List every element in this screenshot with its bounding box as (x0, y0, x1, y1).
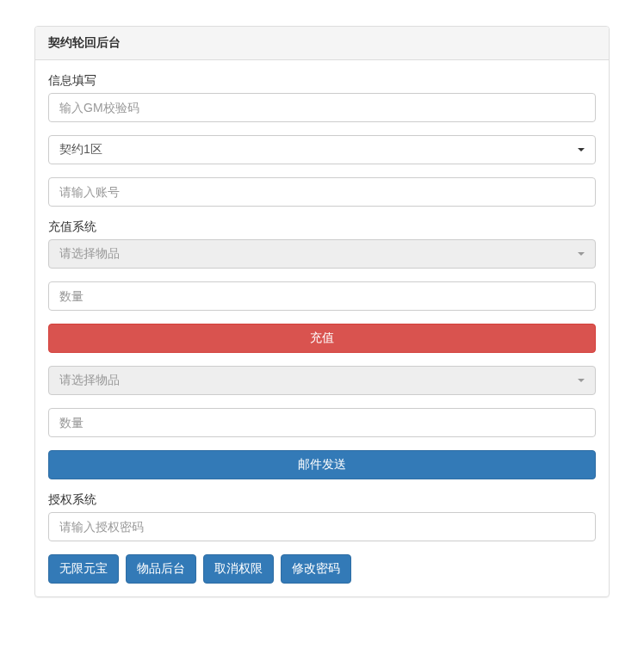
admin-panel: 契约轮回后台 信息填写 契约1区 充值系统 请选择物品 充值 (34, 26, 610, 597)
caret-down-icon (578, 379, 585, 382)
mail-item-select-placeholder: 请选择物品 (59, 373, 578, 388)
gm-code-input[interactable] (48, 93, 596, 122)
caret-down-icon (578, 148, 585, 151)
change-password-button[interactable]: 修改密码 (281, 554, 351, 584)
item-admin-button[interactable]: 物品后台 (126, 554, 196, 584)
auth-section-label: 授权系统 (48, 492, 96, 508)
panel-body: 信息填写 契约1区 充值系统 请选择物品 充值 (35, 60, 609, 596)
revoke-permission-button[interactable]: 取消权限 (203, 554, 274, 584)
server-select[interactable]: 契约1区 (48, 135, 596, 164)
account-input[interactable] (48, 177, 596, 207)
auth-password-input[interactable] (48, 512, 596, 541)
caret-down-icon (578, 252, 585, 256)
unlimited-gold-button[interactable]: 无限元宝 (48, 554, 119, 584)
info-section-label: 信息填写 (48, 73, 96, 89)
mail-quantity-input[interactable] (48, 408, 596, 437)
mail-item-select[interactable]: 请选择物品 (48, 366, 596, 395)
recharge-item-select[interactable]: 请选择物品 (48, 239, 596, 269)
action-button-row: 无限元宝 物品后台 取消权限 修改密码 (48, 554, 596, 584)
server-select-value: 契约1区 (59, 142, 578, 158)
panel-title: 契约轮回后台 (35, 27, 609, 60)
recharge-item-select-placeholder: 请选择物品 (59, 246, 578, 262)
mail-send-button[interactable]: 邮件发送 (48, 450, 596, 479)
recharge-quantity-input[interactable] (48, 281, 596, 311)
recharge-button[interactable]: 充值 (48, 324, 596, 353)
recharge-section-label: 充值系统 (48, 219, 96, 235)
